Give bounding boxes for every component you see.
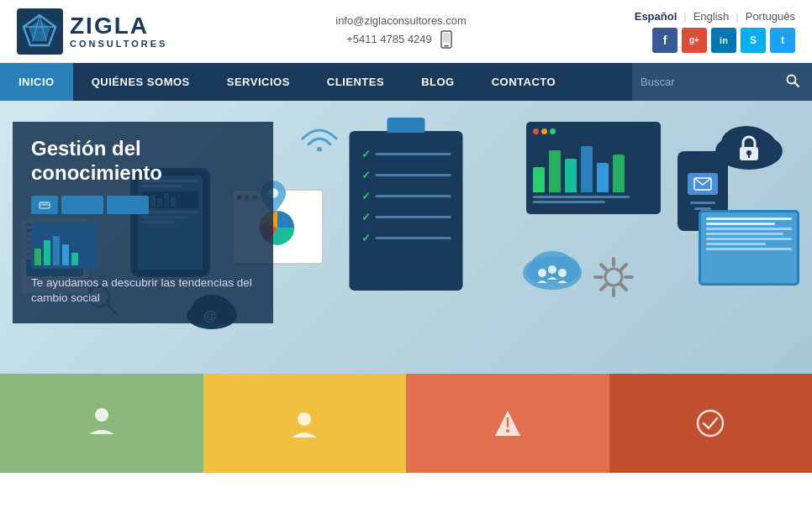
mobile-icon [437,30,456,49]
svg-line-37 [621,265,626,270]
svg-point-56 [506,429,509,432]
search-bar [632,63,812,101]
brand-name: ZIGLA CONSULTORES [70,13,167,50]
top-bar: ZIGLA CONSULTORES info@ziglaconsultores.… [0,0,812,63]
nav-inicio[interactable]: INICIO [0,63,73,101]
card-2 [203,374,407,473]
teal-device-illustration [699,210,799,286]
search-input[interactable] [641,76,782,88]
svg-rect-11 [40,202,50,208]
svg-point-54 [298,412,311,426]
svg-line-36 [621,285,626,290]
contact-email: info@ziglaconsultores.com [335,14,467,27]
card-1 [0,374,203,473]
card-1-icon [81,402,123,444]
search-icon [786,74,799,87]
hero-title: Gestión del conocimiento [31,137,255,186]
nav-quienes-somos[interactable]: QUIÉNES SOMOS [73,63,208,101]
card-3-icon [487,402,529,444]
clipboard-illustration: ✓ ✓ ✓ ✓ ✓ [350,118,463,291]
wifi-illustration [298,118,340,155]
people-cloud-illustration [521,239,584,297]
svg-line-35 [601,265,606,270]
nav-items: INICIO QUIÉNES SOMOS SERVICIOS CLIENTES … [0,63,632,101]
social-links: f g+ in S t [652,28,795,53]
lang-es[interactable]: Español [635,10,678,23]
svg-point-47 [317,147,322,151]
nav-servicios[interactable]: SERVICIOS [208,63,308,101]
lang-en[interactable]: English [693,10,730,23]
hero-background: Gestión del conocimiento Te ayudamos a d… [0,101,812,374]
svg-line-38 [601,285,606,290]
card-4-icon [689,402,731,444]
brand-name-main: ZIGLA [70,13,167,39]
language-row: Español | English | Português [635,10,795,23]
hero-text-overlay: Gestión del conocimiento Te ayudamos a d… [13,122,273,323]
svg-line-10 [795,82,799,86]
monitor-illustration [526,122,661,214]
card-4 [609,374,813,473]
brand-name-sub: CONSULTORES [70,39,167,49]
cloud-lock-illustration [711,113,787,176]
facebook-button[interactable]: f [652,28,678,53]
svg-rect-8 [443,33,450,43]
brand-logo-icon [17,8,63,55]
bottom-cards-row [0,374,812,473]
svg-point-28 [548,265,556,274]
svg-point-27 [538,269,546,277]
nav-clientes[interactable]: CLIENTES [308,63,403,101]
svg-rect-7 [444,45,449,47]
nav-contacto[interactable]: CONTACTO [473,63,574,101]
svg-point-29 [558,269,567,277]
googleplus-button[interactable]: g+ [682,28,707,53]
card-3 [406,374,609,473]
gear-illustration [588,252,639,306]
lang-pt[interactable]: Português [746,10,795,23]
search-button[interactable] [782,74,804,91]
contact-phone: +5411 4785 4249 [346,33,432,45]
main-navigation: INICIO QUIÉNES SOMOS SERVICIOS CLIENTES … [0,63,812,101]
logo-area: ZIGLA CONSULTORES [17,8,167,55]
hero-subtitle: Te ayudamos a descubrir las tendencias d… [31,275,255,307]
lang-social-area: Español | English | Português f g+ in S … [635,10,795,53]
twitter-button[interactable]: t [770,28,795,53]
card-2-icon [283,402,325,444]
linkedin-button[interactable]: in [711,28,736,53]
hero-section: Gestión del conocimiento Te ayudamos a d… [0,101,812,374]
nav-blog[interactable]: BLOG [403,63,473,101]
skype-button[interactable]: S [741,28,766,53]
contact-area: info@ziglaconsultores.com +5411 4785 424… [335,14,467,49]
svg-point-30 [605,269,622,286]
svg-point-57 [698,411,723,436]
contact-phone-row: +5411 4785 4249 [346,30,456,49]
